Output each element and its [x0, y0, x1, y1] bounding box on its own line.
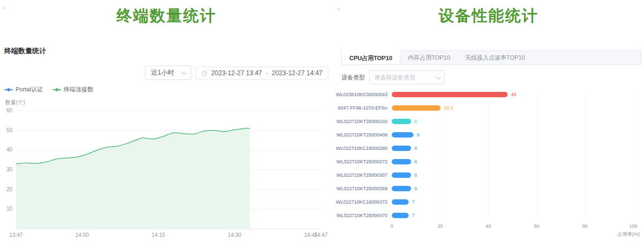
x-tick-label: 0 [390, 224, 393, 229]
bar-category-label: WL022710KT25000102 [336, 119, 387, 124]
bar-value-label: 9 [417, 132, 420, 138]
terminal-count-panel: ≡ 终端数量统计 终端数量统计 近1小时 ◷ 2023-12-27 13:47 … [0, 0, 333, 245]
x-tick-label: 14:15 [152, 232, 165, 238]
legend-marker [53, 89, 61, 90]
bar-value-label: 20.2 [444, 105, 453, 111]
bar-category-label: WL022710KT25000272 [336, 159, 387, 164]
legend-item-terminal[interactable]: 终端连接数 [53, 85, 93, 93]
clock-icon: ◷ [201, 69, 207, 76]
device-type-label: 设备类型 [341, 74, 365, 82]
bar-value-label: 7 [412, 213, 415, 218]
bar [392, 92, 508, 97]
bar-category-label: WL022710KC18000372 [336, 199, 387, 205]
bar-value-label: 8 [414, 119, 417, 124]
bar-category-label: WL023610KC06000043 [336, 92, 387, 97]
y-tick-label: 60 [6, 107, 13, 113]
terminal-count-area-chart: 10203040506013:4714:0014:1514:3014:4514:… [0, 105, 333, 240]
legend-label: 终端连接数 [64, 85, 93, 93]
chart-controls: 近1小时 ◷ 2023-12-27 13:47 - 2023-12-27 14:… [145, 66, 328, 80]
y-tick-label: 10 [6, 206, 13, 212]
x-tick-label: 100 [629, 224, 637, 229]
bar-category-label: 6047-FF96-1070-EF0A [338, 105, 387, 111]
y-tick-label: 40 [6, 147, 13, 153]
date-separator: - [266, 69, 268, 77]
bar [392, 119, 411, 124]
x-tick-label: 13:47 [9, 232, 23, 238]
x-tick-label: 14:47 [314, 232, 327, 238]
x-tick-label: 14:30 [228, 232, 241, 238]
bar [392, 199, 409, 205]
chart-legend: Portal认证 终端连接数 [4, 85, 93, 93]
device-type-select[interactable]: 请选择设备类型 [369, 70, 444, 84]
bar [392, 146, 411, 151]
x-axis-label: 占用率(%) [618, 232, 640, 237]
date-start: 2023-12-27 13:47 [211, 69, 262, 77]
bar-value-label: 7 [412, 199, 415, 205]
bar [392, 132, 414, 138]
x-tick-label: 60 [534, 224, 539, 229]
legend-item-portal[interactable]: Portal认证 [4, 85, 43, 93]
bar [392, 172, 411, 178]
cpu-top10-bar-chart: 020406080100占用率(%)WL023610KC060000434860… [333, 87, 644, 243]
bar-value-label: 8 [414, 159, 417, 164]
bar-value-label: 8 [414, 146, 417, 151]
legend-marker [4, 89, 13, 90]
bar [392, 213, 409, 218]
y-tick-label: 20 [6, 186, 13, 192]
x-tick-label: 40 [486, 224, 491, 229]
tab-cpu-top10[interactable]: CPU占用TOP10 [342, 51, 400, 64]
bar-value-label: 8 [414, 172, 417, 178]
device-performance-panel: ≡ 设备性能统计 CPU占用TOP10 内存占用TOP10 无线接入点速率TOP… [333, 0, 644, 245]
bar-category-label: WL022710KT25000369 [336, 186, 387, 191]
chevron-down-icon [181, 69, 187, 75]
area-fill [16, 128, 250, 229]
date-end: 2023-12-27 14:47 [272, 69, 323, 77]
bar-category-label: WL022710KT25000307 [336, 172, 387, 178]
time-range-value: 近1小时 [151, 68, 174, 77]
tab-memory-top10[interactable]: 内存占用TOP10 [400, 51, 458, 64]
bar-value-label: 48 [511, 92, 516, 97]
time-range-select[interactable]: 近1小时 [145, 66, 191, 80]
area-chart-svg: 10203040506013:4714:0014:1514:3014:4514:… [0, 105, 333, 240]
date-range-picker[interactable]: ◷ 2023-12-27 13:47 - 2023-12-27 14:47 [195, 67, 328, 80]
page-title-left: 终端数量统计 [0, 5, 333, 27]
section-title: 终端数量统计 [4, 46, 46, 56]
device-type-placeholder: 请选择设备类型 [374, 74, 415, 82]
y-tick-label: 50 [6, 127, 13, 133]
device-type-filter: 设备类型 请选择设备类型 [341, 70, 444, 84]
x-tick-label: 80 [582, 224, 588, 229]
y-tick-label: 30 [6, 167, 13, 172]
x-tick-label: 20 [437, 224, 443, 229]
bar-category-label: WL022710KC18000280 [336, 146, 387, 151]
bar-value-label: 8 [414, 186, 417, 191]
bar-category-label: WL022710KT25000409 [336, 132, 387, 138]
bar-chart-svg: 020406080100占用率(%)WL023610KC060000434860… [333, 87, 644, 243]
top10-tabs: CPU占用TOP10 内存占用TOP10 无线接入点速率TOP10 [341, 51, 641, 65]
tab-ap-rate-top10[interactable]: 无线接入点速率TOP10 [458, 51, 533, 64]
x-tick-label: 14:00 [76, 232, 89, 238]
page-title-right: 设备性能统计 [333, 5, 644, 27]
bar-category-label: WL022710KT25000470 [336, 213, 387, 218]
chevron-down-icon [436, 74, 441, 80]
legend-label: Portal认证 [16, 85, 43, 93]
bar [392, 105, 441, 111]
bar [392, 159, 411, 164]
bar [392, 186, 411, 191]
